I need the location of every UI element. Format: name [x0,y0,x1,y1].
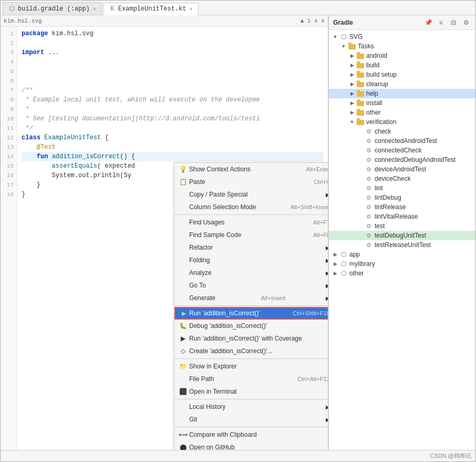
tree-item-mylibrary[interactable]: ▶ ⬡ mylibrary [329,259,475,269]
svg-rect-18 [357,118,360,120]
tab-close-example[interactable]: ✕ [189,6,192,12]
svg-rect-3 [357,54,364,59]
gradle-pin-btn[interactable]: 📌 [423,17,433,28]
menu-generate[interactable]: Generate Alt+Insert ▶ [174,292,328,304]
explorer-icon: 📁 [179,362,187,371]
expand-arrow[interactable]: ▶ [331,261,339,266]
tree-item-lint-vital-release[interactable]: ⚙ lintVitalRelease [329,212,475,221]
gradle-file-icon: ⬡ [339,33,348,41]
tab-close-build[interactable]: ✕ [93,6,96,12]
tree-item-test[interactable]: ⚙ test [329,221,475,231]
tab-example-unit-test[interactable]: K ExampleUnitTest.kt ✕ [103,3,199,15]
menu-find-usages[interactable]: Find Usages Alt+F7 [174,216,328,229]
gradle-tree[interactable]: ▼ ⬡ SVG ▼ Tasks ▶ [329,30,475,450]
tree-item-device-android-test[interactable]: ⚙ deviceAndroidTest [329,165,475,174]
tree-item-app[interactable]: ▶ ⬡ app [329,250,475,259]
gradle-expand-btn[interactable]: ≡ [436,17,446,28]
menu-create[interactable]: ◇ Create 'addition_isCorrect()'... [174,345,328,357]
expand-arrow[interactable]: ▶ [348,91,356,96]
tree-item-verification[interactable]: ▼ verification [329,117,475,127]
tree-node-label: test [375,222,385,230]
expand-arrow[interactable]: ▼ [331,34,339,39]
menu-show-context[interactable]: 💡 Show Context Actions Alt+Enter [174,163,328,176]
tree-item-test-release-unit-test[interactable]: ⚙ testReleaseUnitTest [329,240,475,250]
expand-arrow[interactable]: ▶ [348,81,356,87]
separator [174,305,328,306]
menu-refactor[interactable]: Refactor ▶ [174,241,328,254]
shortcut: Ctrl+Shift+F10 [293,310,328,316]
menu-analyze[interactable]: Analyze ▶ [174,266,328,279]
tree-node-label: other [349,270,364,277]
tree-item-build[interactable]: ▶ build [329,60,475,70]
verification-folder-icon [356,118,365,126]
svg-rect-8 [357,71,360,73]
tree-item-lint-debug[interactable]: ⚙ lintDebug [329,193,475,202]
menu-run-coverage[interactable]: ▶ Run 'addition_isCorrect()' with Covera… [174,332,328,345]
menu-open-github[interactable]: ⬤ Open on GitHub [174,441,328,450]
menu-label: Find Sample Code [189,231,241,239]
menu-label: Generate [189,294,215,302]
expand-arrow[interactable]: ▶ [348,100,356,106]
tree-item-build-setup[interactable]: ▶ build setup [329,70,475,79]
tree-item-connected-check[interactable]: ⚙ connectedCheck [329,146,475,155]
gradle-settings-btn[interactable]: ⚙ [461,17,471,28]
tasks-folder-icon [348,42,356,50]
help-folder-icon [356,89,365,98]
menu-local-history[interactable]: Local History ▶ [174,401,328,413]
separator [174,214,328,215]
menu-folding[interactable]: Folding ▶ [174,254,328,266]
gradle-collapse-btn[interactable]: ⊟ [448,17,459,28]
tree-item-install[interactable]: ▶ install [329,98,475,108]
tree-item-other-root[interactable]: ▶ ⬡ other [329,269,475,278]
shortcut: Alt+F8 [313,232,328,238]
menu-show-explorer[interactable]: 📁 Show in Explorer [174,360,328,373]
menu-goto[interactable]: Go To ▶ [174,279,328,292]
menu-debug[interactable]: 🐛 Debug 'addition_isCorrect()' [174,320,328,332]
tree-item-android[interactable]: ▶ android [329,51,475,60]
code-line: * [22,105,324,114]
expand-arrow[interactable]: ▶ [331,252,339,257]
shortcut: Alt+Shift+Insert [291,204,328,210]
tree-node-label: check [375,128,391,135]
menu-git[interactable]: Git ▶ [174,413,328,426]
tree-item-svg[interactable]: ▼ ⬡ SVG [329,32,475,42]
tree-item-test-debug-unit-test[interactable]: ⚙ testDebugUnitTest [329,231,475,240]
menu-open-terminal[interactable]: ⬛ Open in Terminal [174,385,328,398]
code-line: import ... [22,48,324,57]
expand-arrow[interactable]: ▶ [348,72,356,77]
menu-file-path[interactable]: File Path Ctrl+Alt+F12 [174,373,328,385]
svg-rect-14 [357,99,360,101]
expand-arrow[interactable]: ▶ [348,53,356,58]
expand-arrow[interactable]: ▶ [348,110,356,115]
menu-copy-paste-special[interactable]: Copy / Paste Special ▶ [174,188,328,201]
expand-arrow[interactable]: ▼ [339,44,348,49]
app-gradle-icon: ⬡ [339,250,348,259]
tree-item-tasks[interactable]: ▼ Tasks [329,42,475,51]
menu-column-selection[interactable]: Column Selection Mode Alt+Shift+Insert [174,201,328,213]
tree-node-label: lintVitalRelease [375,213,418,220]
tree-item-connected-debug-android-test[interactable]: ⚙ connectedDebugAndroidTest [329,155,475,165]
code-line: package kim.hsl.svg [22,29,324,38]
expand-arrow[interactable]: ▶ [348,63,356,68]
tree-item-lint[interactable]: ⚙ lint [329,183,475,193]
tree-item-check[interactable]: ⚙ check [329,127,475,136]
tree-item-cleanup[interactable]: ▶ cleanup [329,79,475,89]
menu-label: Debug 'addition_isCorrect()' [189,322,267,330]
menu-find-sample[interactable]: Find Sample Code Alt+F8 [174,229,328,241]
build-folder-icon [356,61,365,69]
tree-item-connected-android-test[interactable]: ⚙ connectedAndroidTest [329,136,475,146]
expand-arrow[interactable]: ▼ [348,119,356,125]
tab-build-gradle[interactable]: ⬡ build.gradle (:app) ✕ [3,2,102,15]
expand-arrow[interactable]: ▶ [331,271,339,276]
tree-item-device-check[interactable]: ⚙ deviceCheck [329,174,475,183]
menu-paste[interactable]: 📋 Paste Ctrl+V [174,176,328,188]
menu-compare-clipboard[interactable]: ⟺ Compare with Clipboard [174,428,328,441]
menu-run[interactable]: ▶ Run 'addition_isCorrect()' Ctrl+Shift+… [174,307,328,320]
shortcut: Ctrl+V [314,179,328,185]
tree-item-help[interactable]: ▶ help [329,89,475,98]
status-text: CSDN @韩晔玩 [430,452,471,460]
gradle-toolbar: 📌 ≡ ⊟ ⚙ [423,17,471,28]
tree-item-other[interactable]: ▶ other [329,108,475,117]
tree-item-lint-release[interactable]: ⚙ lintRelease [329,202,475,212]
tree-node-label: lintRelease [375,203,406,211]
